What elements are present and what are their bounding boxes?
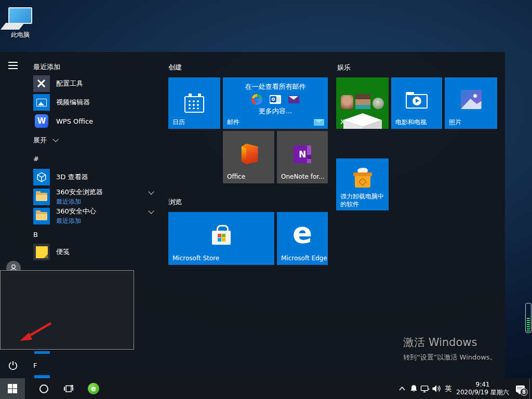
battery-gauge-widget [525, 303, 531, 333]
clock-date: 2020/9/19 星期六 [455, 389, 511, 396]
ime-indicator[interactable]: 英 [442, 384, 455, 393]
app-item-360-center[interactable]: 360安全中心 最近添加 [33, 207, 96, 225]
app-item-3d-viewer[interactable]: 3D 查看器 [33, 169, 88, 185]
edge-logo-icon: e [277, 212, 328, 258]
google-icon [251, 94, 262, 105]
mail-envelope-icon [314, 119, 324, 126]
office-logo-icon [223, 131, 274, 177]
chevron-up-icon [398, 385, 406, 392]
tile-mail[interactable]: 在一处查看所有邮件 更多内容... 邮件 [223, 77, 328, 129]
show-desktop-button[interactable] [529, 378, 532, 399]
cortana-icon [39, 384, 48, 393]
desktop-screen: { "colors": { "accent": "#0078d7", "xbox… [0, 0, 532, 399]
tile-office[interactable]: Office [223, 131, 274, 183]
sticky-notes-icon [33, 244, 50, 260]
this-pc-label: 此电脑 [4, 31, 36, 39]
uninstall-bin-icon [336, 158, 389, 197]
notification-bell-button[interactable] [408, 378, 419, 399]
mail-promo-more: 更多内容... [223, 107, 328, 116]
xbox-avatars-image [336, 94, 389, 109]
app-item-sticky-notes[interactable]: 便笺 [33, 244, 70, 260]
power-button[interactable] [7, 360, 20, 373]
section-header-f[interactable]: F [33, 362, 37, 369]
start-button[interactable] [0, 378, 25, 399]
group-header-browse: 浏览 [168, 197, 182, 207]
tile-movies-tv[interactable]: 电影和电视 [391, 77, 442, 129]
desktop-icon-this-pc[interactable]: 此电脑 [4, 7, 36, 39]
wps-office-icon: W [33, 113, 50, 129]
group-header-entertainment: 娱乐 [337, 63, 351, 72]
hamburger-menu-icon[interactable] [8, 62, 18, 69]
tile-microsoft-edge[interactable]: e Microsoft Edge [277, 212, 328, 265]
tile-force-uninstall[interactable]: 强力卸载电脑中的软件 [336, 158, 389, 210]
volume-button[interactable] [431, 378, 442, 399]
tile-microsoft-store[interactable]: Microsoft Store [168, 212, 274, 265]
browser-360-button[interactable]: e [83, 378, 104, 399]
this-pc-icon [4, 7, 36, 30]
network-icon [420, 384, 430, 393]
section-header-hash[interactable]: # [33, 155, 39, 163]
taskbar: e 英 9:41 2020/9/19 星期六 [0, 378, 532, 399]
tile-calendar[interactable]: 日历 [168, 77, 220, 129]
tile-photos[interactable]: 照片 [445, 77, 497, 129]
browser-360-icon: e [88, 383, 99, 394]
3d-viewer-icon [33, 169, 50, 185]
expand-button[interactable]: 展开 [33, 136, 57, 145]
store-bag-icon [168, 212, 274, 258]
tile-xbox[interactable]: Xbox [336, 77, 389, 129]
photos-icon [445, 77, 497, 122]
app-item-config-tool[interactable]: 配置工具 [33, 75, 83, 92]
config-tool-icon [33, 75, 50, 92]
windows-logo-icon [8, 384, 17, 393]
bell-icon [409, 384, 418, 393]
network-button[interactable] [419, 378, 431, 399]
group-header-create: 创建 [168, 63, 182, 72]
app-icon-fragment [34, 351, 50, 354]
app-item-video-editor[interactable]: 视频编辑器 [33, 94, 90, 111]
onenote-logo-icon: N [277, 131, 328, 177]
recently-added-header: 最近添加 [33, 62, 60, 72]
action-center-button[interactable]: 8 [511, 378, 529, 399]
task-view-button[interactable] [58, 378, 79, 399]
movies-tv-icon [391, 77, 442, 122]
tile-onenote[interactable]: N OneNote for... [277, 131, 328, 183]
red-arrow-annotation [16, 317, 57, 344]
outlook-icon [270, 95, 281, 104]
activate-windows-watermark: 激活 Windows 转到“设置”以激活 Windows。 [403, 335, 497, 362]
white-box-graphic [343, 113, 382, 129]
mail-promo-title: 在一处查看所有邮件 [223, 82, 328, 91]
folder-icon [33, 189, 50, 205]
folder-icon [33, 208, 50, 224]
video-editor-icon [33, 94, 50, 111]
purple-mail-icon [288, 96, 299, 103]
show-hidden-icons-button[interactable] [396, 378, 408, 399]
cortana-search-button[interactable] [33, 378, 54, 399]
speaker-icon [432, 384, 442, 393]
power-icon [7, 360, 19, 371]
app-item-wps-office[interactable]: W WPS Office [33, 113, 93, 129]
notification-count-badge: 8 [520, 388, 528, 396]
task-view-icon [63, 383, 74, 394]
app-item-360-browser[interactable]: 360安全浏览器 最近添加 [33, 188, 103, 206]
clock-time: 9:41 [455, 381, 511, 389]
taskbar-clock[interactable]: 9:41 2020/9/19 星期六 [455, 381, 511, 396]
section-header-b[interactable]: B [33, 231, 38, 238]
